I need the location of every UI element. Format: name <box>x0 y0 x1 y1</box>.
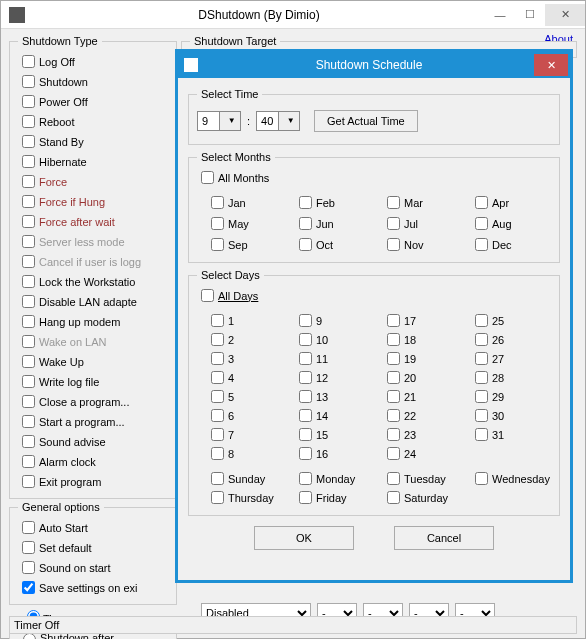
shutdown-type-label: Close a program... <box>39 396 129 408</box>
shutdown-type-checkbox[interactable] <box>22 435 35 448</box>
day-checkbox[interactable] <box>299 314 312 327</box>
day-checkbox[interactable] <box>475 352 488 365</box>
month-checkbox[interactable] <box>387 217 400 230</box>
day-checkbox[interactable] <box>299 333 312 346</box>
shutdown-type-checkbox[interactable] <box>22 355 35 368</box>
month-checkbox[interactable] <box>299 217 312 230</box>
shutdown-type-checkbox[interactable] <box>22 135 35 148</box>
all-months-checkbox[interactable] <box>201 171 214 184</box>
close-button[interactable]: ✕ <box>545 4 585 26</box>
weekday-checkbox[interactable] <box>387 491 400 504</box>
shutdown-type-checkbox[interactable] <box>22 55 35 68</box>
shutdown-type-checkbox[interactable] <box>22 415 35 428</box>
weekday-checkbox[interactable] <box>299 491 312 504</box>
general-label: Set default <box>39 542 92 554</box>
day-checkbox[interactable] <box>475 333 488 346</box>
day-checkbox[interactable] <box>387 409 400 422</box>
shutdown-type-checkbox[interactable] <box>22 175 35 188</box>
day-checkbox[interactable] <box>211 371 224 384</box>
day-checkbox[interactable] <box>299 390 312 403</box>
month-checkbox[interactable] <box>475 196 488 209</box>
shutdown-type-checkbox[interactable] <box>22 235 35 248</box>
day-checkbox[interactable] <box>211 314 224 327</box>
month-checkbox[interactable] <box>387 196 400 209</box>
day-checkbox[interactable] <box>211 352 224 365</box>
general-checkbox[interactable] <box>22 561 35 574</box>
day-checkbox[interactable] <box>211 428 224 441</box>
month-checkbox[interactable] <box>211 196 224 209</box>
day-checkbox[interactable] <box>299 447 312 460</box>
dialog-close-button[interactable]: ✕ <box>534 54 568 76</box>
chevron-down-icon[interactable]: ▼ <box>278 112 300 130</box>
shutdown-type-checkbox[interactable] <box>22 75 35 88</box>
day-checkbox[interactable] <box>299 409 312 422</box>
day-checkbox[interactable] <box>387 352 400 365</box>
day-checkbox[interactable] <box>475 371 488 384</box>
month-checkbox[interactable] <box>475 238 488 251</box>
day-checkbox[interactable] <box>299 352 312 365</box>
month-checkbox[interactable] <box>211 238 224 251</box>
month-checkbox[interactable] <box>475 217 488 230</box>
shutdown-type-checkbox[interactable] <box>22 395 35 408</box>
shutdown-type-checkbox[interactable] <box>22 255 35 268</box>
day-checkbox[interactable] <box>211 333 224 346</box>
chevron-down-icon[interactable]: ▼ <box>219 112 241 130</box>
shutdown-type-label: Hang up modem <box>39 316 120 328</box>
day-checkbox[interactable] <box>387 314 400 327</box>
day-label: 14 <box>316 410 328 422</box>
shutdown-type-checkbox[interactable] <box>22 215 35 228</box>
shutdown-type-checkbox[interactable] <box>22 295 35 308</box>
day-checkbox[interactable] <box>387 390 400 403</box>
shutdown-type-checkbox[interactable] <box>22 115 35 128</box>
weekday-checkbox[interactable] <box>387 472 400 485</box>
all-days-label: All Days <box>218 290 258 302</box>
day-checkbox[interactable] <box>475 314 488 327</box>
day-checkbox[interactable] <box>475 390 488 403</box>
weekday-checkbox[interactable] <box>211 472 224 485</box>
shutdown-type-label: Shutdown <box>39 76 88 88</box>
all-days-checkbox[interactable] <box>201 289 214 302</box>
minute-spinner[interactable]: 40▼ <box>256 111 300 131</box>
day-checkbox[interactable] <box>211 409 224 422</box>
day-checkbox[interactable] <box>475 428 488 441</box>
weekday-checkbox[interactable] <box>299 472 312 485</box>
shutdown-type-checkbox[interactable] <box>22 455 35 468</box>
day-checkbox[interactable] <box>299 371 312 384</box>
weekday-checkbox[interactable] <box>211 491 224 504</box>
day-checkbox[interactable] <box>387 428 400 441</box>
shutdown-type-label: Force after wait <box>39 216 115 228</box>
shutdown-type-checkbox[interactable] <box>22 155 35 168</box>
shutdown-type-checkbox[interactable] <box>22 475 35 488</box>
shutdown-type-checkbox[interactable] <box>22 195 35 208</box>
day-checkbox[interactable] <box>387 371 400 384</box>
minimize-button[interactable]: — <box>485 4 515 26</box>
month-checkbox[interactable] <box>299 238 312 251</box>
maximize-button[interactable]: ☐ <box>515 4 545 26</box>
hour-spinner[interactable]: 9▼ <box>197 111 241 131</box>
weekday-checkbox[interactable] <box>475 472 488 485</box>
month-checkbox[interactable] <box>211 217 224 230</box>
get-actual-time-button[interactable]: Get Actual Time <box>314 110 418 132</box>
general-checkbox[interactable] <box>22 521 35 534</box>
shutdown-type-label: Server less mode <box>39 236 125 248</box>
shutdown-type-checkbox[interactable] <box>22 375 35 388</box>
general-checkbox[interactable] <box>22 541 35 554</box>
shutdown-type-label: Start a program... <box>39 416 125 428</box>
month-checkbox[interactable] <box>387 238 400 251</box>
status-bar: Timer Off <box>9 616 577 634</box>
ok-button[interactable]: OK <box>254 526 354 550</box>
shutdown-type-checkbox[interactable] <box>22 95 35 108</box>
day-checkbox[interactable] <box>387 447 400 460</box>
month-checkbox[interactable] <box>299 196 312 209</box>
day-checkbox[interactable] <box>387 333 400 346</box>
day-checkbox[interactable] <box>475 409 488 422</box>
general-checkbox[interactable] <box>22 581 35 594</box>
shutdown-type-checkbox[interactable] <box>22 275 35 288</box>
weekday-label: Tuesday <box>404 473 446 485</box>
shutdown-type-checkbox[interactable] <box>22 315 35 328</box>
day-checkbox[interactable] <box>299 428 312 441</box>
shutdown-type-checkbox[interactable] <box>22 335 35 348</box>
cancel-button[interactable]: Cancel <box>394 526 494 550</box>
day-checkbox[interactable] <box>211 447 224 460</box>
day-checkbox[interactable] <box>211 390 224 403</box>
